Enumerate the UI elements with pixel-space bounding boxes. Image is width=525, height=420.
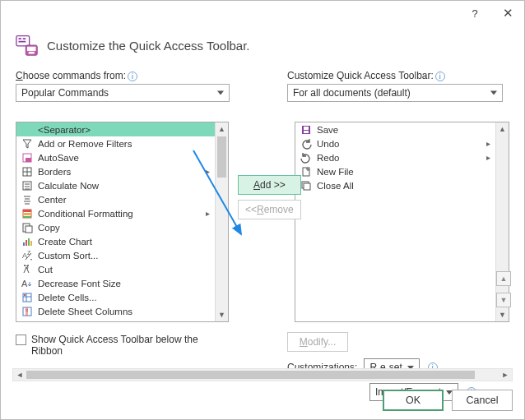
list-item[interactable]: Undo▸ [295, 136, 495, 150]
move-up-button[interactable]: ▲ [496, 271, 511, 286]
horizontal-scrollbar[interactable]: ◄ ► [12, 368, 513, 381]
list-item[interactable]: <Separator> [16, 122, 215, 136]
scroll-up[interactable]: ▲ [496, 122, 509, 136]
cancel-button[interactable]: Cancel [452, 390, 513, 411]
help-button[interactable]: ? [458, 1, 491, 25]
list-item[interactable]: Delete Sheet Columns [16, 304, 215, 318]
left-column: Choose commands from:i Popular Commands [16, 70, 230, 102]
lists-row: <Separator>Add or Remove FiltersAutoSave… [16, 122, 509, 322]
list-item-label: Cut [38, 265, 53, 275]
list-item-label: Redo [317, 153, 340, 163]
list-item[interactable]: Conditional Formatting▸ [16, 206, 215, 220]
svg-rect-49 [304, 183, 310, 190]
flyout-indicator: ▸ [206, 209, 210, 218]
list-item-label: Delete Cells... [38, 293, 97, 302]
list-item[interactable]: Create Chart [16, 234, 215, 248]
modify-button[interactable]: Modify... [287, 332, 348, 352]
scroll-up[interactable]: ▲ [216, 122, 228, 136]
scrollbar[interactable]: ▲ ▼ [215, 122, 228, 321]
svg-rect-25 [26, 226, 32, 233]
show-below-ribbon-row: Show Quick Access Toolbar below the Ribb… [16, 334, 230, 357]
svg-rect-26 [23, 242, 25, 246]
list-item[interactable]: Add or Remove Filters [16, 136, 215, 150]
list-item-label: Custom Sort... [38, 251, 99, 261]
list-item-label: Center [38, 195, 67, 205]
list-item[interactable]: Save [295, 122, 495, 136]
command-icon [21, 194, 33, 205]
svg-point-33 [27, 265, 29, 266]
svg-rect-46 [304, 131, 309, 133]
show-below-ribbon-label: Show Quick Access Toolbar below the Ribb… [31, 334, 230, 357]
available-commands-list[interactable]: <Separator>Add or Remove FiltersAutoSave… [16, 122, 229, 322]
scroll-thumb[interactable] [26, 371, 475, 379]
list-item-label: Undo [317, 139, 340, 149]
list-item[interactable]: ADecrease Font Size [16, 276, 215, 290]
columns: Choose commands from:i Popular Commands … [16, 70, 509, 102]
svg-rect-5 [27, 47, 36, 51]
move-down-button[interactable]: ▼ [496, 293, 511, 307]
command-icon [21, 180, 33, 192]
list-item[interactable]: Delete Cells... [16, 290, 215, 304]
scope-combo[interactable]: For all documents (default) [287, 84, 503, 102]
list-item[interactable]: Center [16, 192, 215, 206]
remove-button[interactable]: << Remove [238, 200, 301, 219]
svg-text:A: A [21, 279, 28, 288]
list-item-label: Conditional Formatting [38, 209, 133, 219]
choose-from-combo[interactable]: Popular Commands [16, 84, 230, 102]
svg-rect-6 [29, 52, 35, 54]
add-button[interactable]: Add >> [238, 175, 301, 195]
scroll-down[interactable]: ▼ [216, 308, 228, 321]
command-icon [21, 306, 33, 317]
titlebar: ? ✕ [1, 1, 524, 25]
scroll-down[interactable]: ▼ [496, 308, 509, 321]
list-item[interactable]: AutoSave [16, 150, 215, 164]
command-icon: AZ [21, 250, 33, 261]
list-item-label: New File [317, 167, 354, 177]
command-icon [21, 166, 33, 178]
svg-rect-3 [19, 41, 26, 43]
svg-rect-45 [304, 127, 309, 130]
flyout-indicator: ▸ [486, 139, 490, 148]
info-icon[interactable]: i [128, 72, 137, 81]
command-icon [21, 208, 33, 219]
command-icon: A [21, 278, 33, 289]
list-item[interactable]: Calculate Now [16, 178, 215, 192]
command-icon [21, 264, 33, 275]
svg-rect-23 [23, 216, 31, 218]
command-icon [300, 166, 312, 178]
close-button[interactable]: ✕ [491, 1, 524, 25]
command-icon [21, 292, 33, 303]
info-icon[interactable]: i [435, 72, 445, 81]
ok-button[interactable]: OK [383, 390, 444, 411]
qat-icon [16, 34, 39, 57]
flyout-indicator: ▸ [486, 153, 490, 162]
list-item[interactable]: Redo▸ [295, 150, 495, 164]
command-icon [21, 222, 33, 233]
scroll-right[interactable]: ► [499, 369, 512, 381]
list-item[interactable]: Cut [16, 262, 215, 276]
list-item-label: Save [317, 125, 338, 135]
transfer-buttons: Add >> << Remove [238, 175, 301, 219]
list-item-label: AutoSave [38, 153, 79, 163]
svg-rect-27 [26, 240, 27, 246]
list-item-label: Calculate Now [38, 181, 99, 191]
scroll-left[interactable]: ◄ [13, 369, 26, 381]
list-item[interactable]: New File [295, 164, 495, 178]
show-below-ribbon-checkbox[interactable] [16, 335, 26, 345]
list-item-label: Create Chart [38, 237, 92, 247]
current-qat-list[interactable]: SaveUndo▸Redo▸New FileClose All ▲ ▼ [295, 122, 509, 322]
list-item-label: Add or Remove Filters [38, 139, 132, 149]
choose-from-label: Choose commands from:i [16, 70, 230, 81]
list-item[interactable]: Borders▸ [16, 164, 215, 178]
scroll-thumb[interactable] [217, 136, 226, 178]
list-item[interactable]: AZCustom Sort... [16, 248, 215, 262]
footer: OK Cancel [383, 390, 513, 411]
list-item[interactable]: Copy [16, 220, 215, 234]
flyout-indicator: ▸ [206, 167, 210, 176]
command-icon [300, 138, 312, 150]
svg-rect-2 [23, 38, 26, 39]
list-item[interactable]: Close All [295, 178, 495, 192]
svg-rect-28 [28, 238, 30, 246]
command-icon [21, 236, 33, 247]
list-item-label: <Separator> [38, 125, 91, 135]
